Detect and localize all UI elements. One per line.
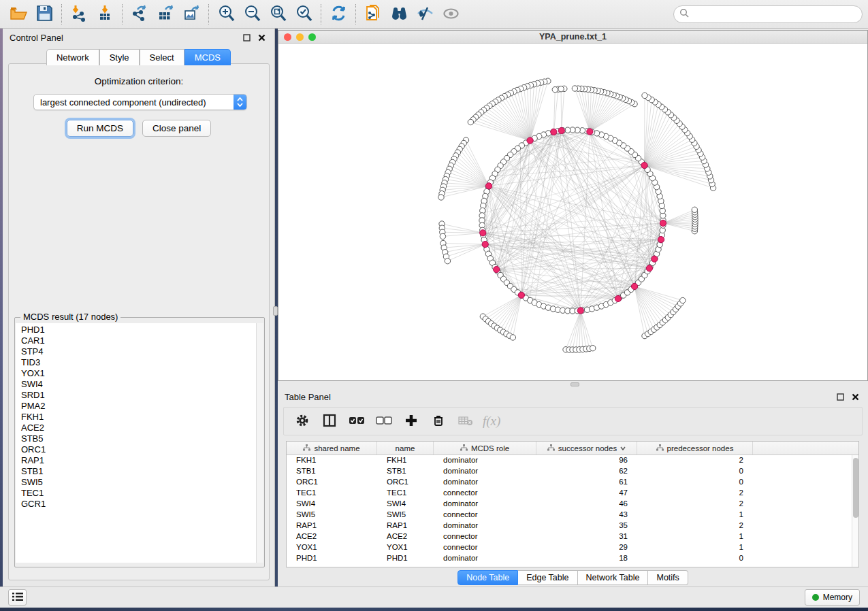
mcds-hub-node[interactable] <box>631 283 637 289</box>
tab-style[interactable]: Style <box>99 49 140 65</box>
mcds-hub-node[interactable] <box>577 308 583 314</box>
deselect-all-button[interactable] <box>374 411 394 431</box>
network-node[interactable] <box>680 297 686 303</box>
zoom-out-button[interactable] <box>239 3 265 26</box>
add-column-button[interactable] <box>401 411 421 431</box>
hide-selected-button[interactable] <box>412 3 438 26</box>
mcds-result-item[interactable]: RAP1 <box>21 455 257 466</box>
window-close-button[interactable] <box>284 33 291 41</box>
tab-network[interactable]: Network <box>46 49 99 65</box>
search-input[interactable] <box>692 10 856 19</box>
mcds-result-item[interactable]: ORC1 <box>21 444 257 455</box>
table-scrollbar[interactable] <box>852 455 858 567</box>
close-panel-icon[interactable] <box>849 391 861 403</box>
mcds-hub-node[interactable] <box>480 230 486 236</box>
table-row[interactable]: SWI5SWI5connector431 <box>287 510 852 521</box>
mcds-hub-node[interactable] <box>615 295 621 301</box>
mcds-result-item[interactable]: CAR1 <box>21 335 257 346</box>
delete-column-button[interactable] <box>428 411 449 431</box>
mcds-hub-node[interactable] <box>646 265 652 271</box>
mcds-hub-node[interactable] <box>641 162 647 168</box>
mcds-hub-node[interactable] <box>494 266 500 272</box>
zoom-in-button[interactable] <box>213 3 239 26</box>
select-all-button[interactable] <box>347 411 367 431</box>
network-node[interactable] <box>552 87 558 93</box>
table-row[interactable]: YOX1YOX1connector291 <box>287 542 852 553</box>
mcds-hub-node[interactable] <box>551 129 557 135</box>
network-node[interactable] <box>572 86 577 91</box>
share-document-button[interactable] <box>360 3 386 26</box>
criterion-select[interactable]: largest connected component (undirected) <box>33 94 247 110</box>
column-header-name[interactable]: name <box>377 442 434 455</box>
mcds-result-item[interactable]: TEC1 <box>21 488 257 499</box>
split-column-button[interactable] <box>319 411 340 431</box>
mcds-result-item[interactable]: SWI5 <box>21 477 257 488</box>
window-maximize-button[interactable] <box>308 33 316 41</box>
vertical-splitter-handle[interactable] <box>273 306 278 316</box>
mcds-hub-node[interactable] <box>658 237 664 243</box>
float-panel-icon[interactable] <box>834 391 846 403</box>
column-header-successor-nodes[interactable]: successor nodes <box>536 442 637 455</box>
network-node[interactable] <box>510 335 515 340</box>
column-header-predecessor-nodes[interactable]: predecessor nodes <box>637 442 753 455</box>
mcds-result-item[interactable]: TID3 <box>21 357 257 368</box>
network-node[interactable] <box>558 86 564 92</box>
mcds-result-item[interactable]: FKH1 <box>21 412 257 423</box>
tab-node-table[interactable]: Node Table <box>457 570 518 585</box>
network-node[interactable] <box>445 258 450 263</box>
search-network-button[interactable] <box>386 3 412 26</box>
mcds-result-item[interactable]: SWI4 <box>21 379 257 390</box>
mcds-hub-node[interactable] <box>558 127 564 133</box>
mcds-hub-node[interactable] <box>652 256 658 262</box>
tab-motifs[interactable]: Motifs <box>648 570 688 585</box>
mcds-result-item[interactable]: ACE2 <box>21 423 257 433</box>
network-node[interactable] <box>642 93 647 98</box>
mcds-hub-node[interactable] <box>485 183 492 189</box>
mcds-result-item[interactable]: PMA2 <box>21 401 257 412</box>
mcds-result-item[interactable]: SRD1 <box>21 390 257 401</box>
mcds-hub-node[interactable] <box>660 220 666 226</box>
mcds-result-item[interactable]: STP4 <box>21 346 257 357</box>
import-network-button[interactable] <box>66 3 92 26</box>
tab-edge-table[interactable]: Edge Table <box>518 570 577 585</box>
column-header-MCDS-role[interactable]: MCDS role <box>434 442 536 455</box>
network-node[interactable] <box>692 207 697 212</box>
network-node[interactable] <box>440 233 445 239</box>
table-row[interactable]: TEC1TEC1connector472 <box>287 488 852 499</box>
table-row[interactable]: ACE2ACE2connector311 <box>287 531 852 542</box>
table-row[interactable]: STB1STB1dominator620 <box>287 466 852 477</box>
network-node[interactable] <box>468 119 473 125</box>
save-session-button[interactable] <box>31 3 57 26</box>
table-scrollbar-thumb[interactable] <box>853 458 858 518</box>
export-image-button[interactable] <box>178 3 204 26</box>
refresh-button[interactable] <box>325 3 351 26</box>
mcds-result-item[interactable]: YOX1 <box>21 368 257 379</box>
mcds-result-item[interactable]: PHD1 <box>21 325 257 335</box>
export-network-button[interactable] <box>127 3 152 26</box>
window-minimize-button[interactable] <box>296 33 304 41</box>
table-settings-button[interactable] <box>292 411 312 431</box>
zoom-fit-button[interactable] <box>265 3 291 26</box>
show-selected-button[interactable] <box>438 3 464 26</box>
mcds-list-scrollbar[interactable] <box>256 323 263 563</box>
mcds-hub-node[interactable] <box>587 129 593 135</box>
import-table-button[interactable] <box>92 3 118 26</box>
tab-network-table[interactable]: Network Table <box>578 570 649 585</box>
mcds-hub-node[interactable] <box>482 241 488 247</box>
open-session-button[interactable] <box>5 3 31 26</box>
network-node[interactable] <box>438 195 444 200</box>
column-header-shared-name[interactable]: shared name <box>287 442 377 455</box>
table-row[interactable]: SWI4SWI4dominator462 <box>287 499 852 510</box>
table-row[interactable]: ORC1ORC1dominator610 <box>287 477 852 488</box>
horizontal-splitter-handle[interactable] <box>570 382 579 386</box>
mcds-hub-node[interactable] <box>527 137 533 144</box>
table-row[interactable]: RAP1RAP1dominator352 <box>287 521 852 531</box>
network-node[interactable] <box>590 345 596 350</box>
export-table-button[interactable] <box>152 3 178 26</box>
mcds-result-item[interactable]: STB1 <box>21 466 257 477</box>
tab-mcds[interactable]: MCDS <box>184 49 231 65</box>
run-mcds-button[interactable]: Run MCDS <box>67 120 133 137</box>
mcds-hub-node[interactable] <box>518 292 524 298</box>
mcds-result-item[interactable]: STB5 <box>21 433 257 444</box>
close-panel-button[interactable]: Close panel <box>142 120 211 137</box>
